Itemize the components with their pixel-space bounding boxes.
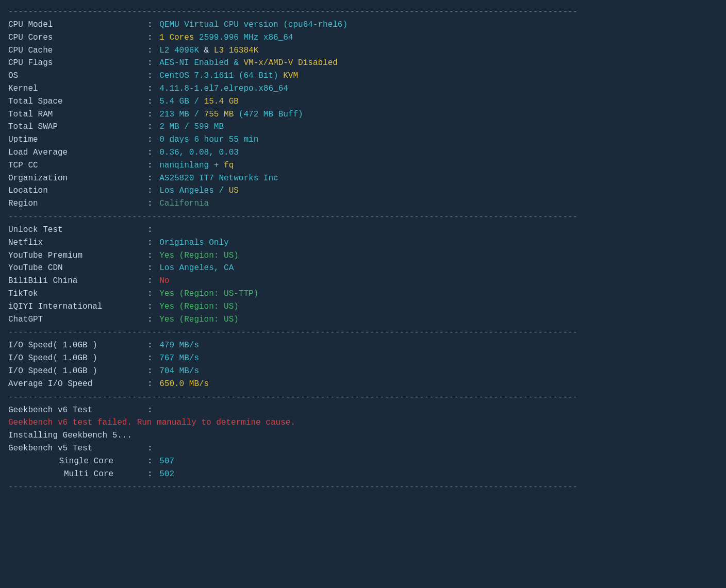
os-value2: KVM (278, 70, 298, 82)
total-swap-value: 2 MB / 599 MB (159, 121, 224, 133)
kernel-label: Kernel (8, 82, 147, 95)
tcp-cc-value1: nanqinlang + (159, 159, 219, 172)
io-speed-3-label: I/O Speed( 1.0GB ) (8, 365, 147, 378)
installing-row: Installing Geekbench 5... (8, 429, 718, 442)
cpu-cache-label: CPU Cache (8, 44, 147, 57)
io-speed-1-row: I/O Speed( 1.0GB ) : 479 MB/s (8, 339, 718, 352)
youtube-premium-label: YouTube Premium (8, 249, 147, 262)
divider-top: ----------------------------------------… (8, 7, 718, 16)
tcp-cc-label: TCP CC (8, 159, 147, 172)
single-core-label: Single Core (8, 455, 147, 468)
location-value1: Los Angeles / (159, 184, 224, 197)
load-avg-value: 0.36, 0.08, 0.03 (159, 146, 239, 159)
total-space-value1: 5.4 GB / (159, 95, 199, 108)
bilibili-label: BiliBili China (8, 275, 147, 288)
netflix-value: Originals Only (159, 237, 228, 249)
total-ram-value1: 213 MB / (159, 108, 199, 121)
cpu-model-row: CPU Model : QEMU Virtual CPU version (cp… (8, 19, 718, 31)
geekbench6-error: Geekbench v6 test failed. Run manually t… (8, 416, 295, 429)
cpu-cores-value1: 1 Cores (159, 31, 194, 44)
single-core-row: Single Core : 507 (8, 455, 718, 468)
uptime-value: 0 days 6 hour 55 min (159, 133, 258, 146)
unlock-test-label: Unlock Test (8, 224, 147, 237)
cpu-flags-value2: VM-x/AMD-V Disabled (239, 57, 338, 70)
os-row: OS : CentOS 7.3.1611 (64 Bit) KVM (8, 70, 718, 82)
unlock-test-row: Unlock Test : (8, 224, 718, 237)
tiktok-value: Yes (Region: US-TTP) (159, 288, 258, 300)
avg-io-row: Average I/O Speed : 650.0 MB/s (8, 378, 718, 391)
load-avg-row: Load Average : 0.36, 0.08, 0.03 (8, 146, 718, 159)
bilibili-value: No (159, 275, 169, 288)
cpu-flags-value1: AES-NI Enabled & (159, 57, 239, 70)
total-space-value2: 15.4 GB (199, 95, 239, 108)
region-value: California (159, 197, 209, 210)
divider-3: ----------------------------------------… (8, 328, 718, 337)
youtube-cdn-label: YouTube CDN (8, 262, 147, 275)
total-swap-label: Total SWAP (8, 121, 147, 133)
load-avg-label: Load Average (8, 146, 147, 159)
youtube-premium-value: Yes (Region: US) (159, 249, 239, 262)
iqiyi-value: Yes (Region: US) (159, 300, 239, 313)
total-swap-row: Total SWAP : 2 MB / 599 MB (8, 121, 718, 133)
cpu-model-value: QEMU Virtual CPU version (cpu64-rhel6) (159, 19, 348, 31)
chatgpt-value: Yes (Region: US) (159, 313, 239, 326)
youtube-cdn-value: Los Angeles, CA (159, 262, 234, 275)
tcp-cc-row: TCP CC : nanqinlang + fq (8, 159, 718, 172)
installing-label: Installing Geekbench 5... (8, 429, 132, 442)
cpu-cache-value2: L3 16384K (214, 44, 258, 57)
cpu-cores-label: CPU Cores (8, 31, 147, 44)
cpu-flags-row: CPU Flags : AES-NI Enabled & VM-x/AMD-V … (8, 57, 718, 70)
io-speed-2-row: I/O Speed( 1.0GB ) : 767 MB/s (8, 352, 718, 365)
kernel-row: Kernel : 4.11.8-1.el7.elrepo.x86_64 (8, 82, 718, 95)
cpu-flags-label: CPU Flags (8, 57, 147, 70)
multi-core-label: Multi Core (8, 468, 147, 481)
os-value1: CentOS 7.3.1611 (64 Bit) (159, 70, 278, 82)
io-speed-2-value: 767 MB/s (159, 352, 199, 365)
chatgpt-label: ChatGPT (8, 313, 147, 326)
org-value: AS25820 IT7 Networks Inc (159, 172, 278, 185)
youtube-premium-row: YouTube Premium : Yes (Region: US) (8, 249, 718, 262)
cpu-model-label: CPU Model (8, 19, 147, 31)
region-row: Region : California (8, 197, 718, 210)
geekbench5-row: Geekbench v5 Test : (8, 442, 718, 455)
total-ram-value2: 755 MB (199, 108, 234, 121)
cpu-cache-value1: L2 4096K (159, 44, 199, 57)
uptime-label: Uptime (8, 133, 147, 146)
terminal: ----------------------------------------… (8, 7, 718, 492)
netflix-row: Netflix : Originals Only (8, 237, 718, 249)
total-space-label: Total Space (8, 95, 147, 108)
geekbench5-label: Geekbench v5 Test (8, 442, 147, 455)
location-row: Location : Los Angeles / US (8, 184, 718, 197)
cpu-cores-row: CPU Cores : 1 Cores 2599.996 MHz x86_64 (8, 31, 718, 44)
region-label: Region (8, 197, 147, 210)
geekbench6-error-row: Geekbench v6 test failed. Run manually t… (8, 416, 718, 429)
netflix-label: Netflix (8, 237, 147, 249)
total-ram-label: Total RAM (8, 108, 147, 121)
avg-io-value: 650.0 MB/s (159, 378, 209, 391)
tiktok-label: TikTok (8, 288, 147, 300)
location-value2: US (224, 184, 239, 197)
multi-core-value: 502 (159, 468, 174, 481)
io-speed-3-value: 704 MB/s (159, 365, 199, 378)
kernel-value: 4.11.8-1.el7.elrepo.x86_64 (159, 82, 288, 95)
divider-2: ----------------------------------------… (8, 212, 718, 222)
iqiyi-row: iQIYI International : Yes (Region: US) (8, 300, 718, 313)
multi-core-row: Multi Core : 502 (8, 468, 718, 481)
total-space-row: Total Space : 5.4 GB / 15.4 GB (8, 95, 718, 108)
io-speed-1-value: 479 MB/s (159, 339, 199, 352)
avg-io-label: Average I/O Speed (8, 378, 147, 391)
bilibili-row: BiliBili China : No (8, 275, 718, 288)
io-speed-1-label: I/O Speed( 1.0GB ) (8, 339, 147, 352)
org-label: Organization (8, 172, 147, 185)
org-row: Organization : AS25820 IT7 Networks Inc (8, 172, 718, 185)
uptime-row: Uptime : 0 days 6 hour 55 min (8, 133, 718, 146)
io-speed-2-label: I/O Speed( 1.0GB ) (8, 352, 147, 365)
divider-4: ----------------------------------------… (8, 393, 718, 402)
youtube-cdn-row: YouTube CDN : Los Angeles, CA (8, 262, 718, 275)
geekbench6-label: Geekbench v6 Test (8, 404, 147, 417)
total-ram-row: Total RAM : 213 MB / 755 MB (472 MB Buff… (8, 108, 718, 121)
tcp-cc-value2: fq (219, 159, 234, 172)
location-label: Location (8, 184, 147, 197)
chatgpt-row: ChatGPT : Yes (Region: US) (8, 313, 718, 326)
cpu-cores-value2: 2599.996 MHz x86_64 (194, 31, 293, 44)
